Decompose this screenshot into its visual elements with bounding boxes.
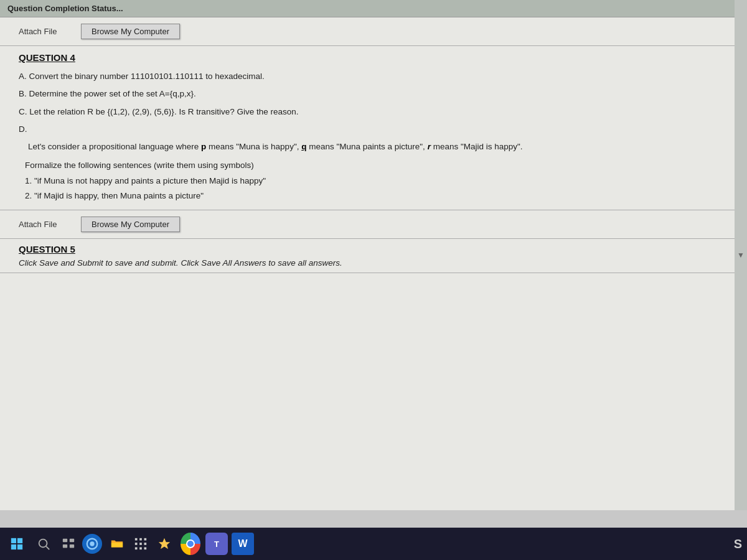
browse-computer-bottom-button[interactable]: Browse My Computer xyxy=(81,217,180,232)
svg-rect-6 xyxy=(63,539,67,543)
scroll-indicator: ▼ xyxy=(735,0,747,510)
svg-rect-2 xyxy=(11,544,16,549)
svg-rect-1 xyxy=(17,538,22,543)
svg-point-4 xyxy=(39,539,47,548)
question4-item-a: A. Convert the binary number 111010101.1… xyxy=(19,70,728,83)
question4-formalize-block: Formalize the following sentences (write… xyxy=(25,158,728,203)
question5-text: Click Save and Submit to save and submit… xyxy=(19,258,728,268)
taskbar-right-indicator: S xyxy=(734,537,742,551)
svg-rect-12 xyxy=(135,538,138,541)
question4-formalize-intro: Formalize the following sentences (write… xyxy=(25,158,728,173)
chrome-button[interactable] xyxy=(179,533,202,555)
attach-file-top-row: Attach File Browse My Computer xyxy=(0,17,747,45)
taskbar: T W S xyxy=(0,528,747,560)
question4-section: QUESTION 4 A. Convert the binary number … xyxy=(0,46,747,210)
svg-rect-14 xyxy=(144,538,147,541)
svg-rect-3 xyxy=(17,544,22,549)
question4-heading: QUESTION 4 xyxy=(19,52,728,63)
question4-item-b: B. Determine the power set of the set A=… xyxy=(19,88,728,100)
pinned-app-button[interactable] xyxy=(153,533,176,555)
svg-rect-17 xyxy=(144,543,147,545)
task-view-button[interactable] xyxy=(59,534,78,554)
svg-line-5 xyxy=(46,546,49,549)
cortana-button[interactable] xyxy=(82,534,102,554)
attach-file-bottom-label: Attach File xyxy=(19,220,68,229)
svg-rect-19 xyxy=(139,548,142,550)
svg-marker-21 xyxy=(159,538,170,549)
svg-rect-0 xyxy=(11,538,16,543)
file-explorer-button[interactable] xyxy=(106,533,128,555)
question4-item-d-intro: Let's consider a propositional language … xyxy=(19,141,728,153)
question5-section: QUESTION 5 Click Save and Submit to save… xyxy=(0,239,747,273)
main-content: Question Completion Status... Attach Fil… xyxy=(0,0,747,510)
svg-rect-20 xyxy=(144,548,147,550)
header-bar: Question Completion Status... xyxy=(0,0,747,17)
svg-rect-13 xyxy=(139,538,142,541)
svg-rect-7 xyxy=(70,539,74,543)
question4-formalize-1: 1. "if Muna is not happy and paints a pi… xyxy=(25,174,728,189)
question4-item-c: C. Let the relation R be {(1,2), (2,9), … xyxy=(19,106,728,118)
apps-grid-button[interactable] xyxy=(132,535,149,553)
question5-heading: QUESTION 5 xyxy=(19,244,728,254)
attach-file-top-label: Attach File xyxy=(19,27,68,36)
svg-rect-16 xyxy=(139,543,142,545)
svg-rect-18 xyxy=(135,548,138,550)
header-title: Question Completion Status... xyxy=(7,4,123,13)
svg-rect-9 xyxy=(70,544,74,548)
attach-file-bottom-row: Attach File Browse My Computer xyxy=(0,210,747,238)
svg-rect-15 xyxy=(135,543,138,545)
question4-formalize-2: 2. "if Majid is happy, then Muna paints … xyxy=(25,189,728,203)
question4-item-d-label: D. xyxy=(19,123,728,136)
browse-computer-top-button[interactable]: Browse My Computer xyxy=(81,24,180,39)
taskbar-search-icon[interactable] xyxy=(32,533,55,555)
start-button[interactable] xyxy=(5,532,29,556)
svg-point-11 xyxy=(90,541,94,546)
teams-button[interactable]: T xyxy=(205,533,228,555)
word-button[interactable]: W xyxy=(232,533,254,555)
svg-rect-8 xyxy=(63,544,67,548)
